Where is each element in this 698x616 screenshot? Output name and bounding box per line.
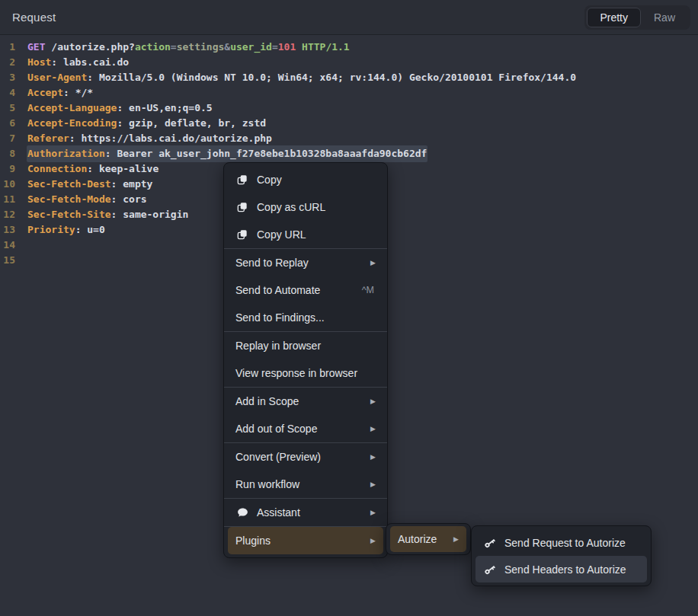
menu-item-label: Send to Automate xyxy=(235,284,320,296)
submenu-arrow-icon: ▶ xyxy=(370,454,376,461)
menu-item-label: Send to Replay xyxy=(235,257,309,269)
menu-item-send-to-automate[interactable]: Send to Automate^M xyxy=(228,276,383,304)
line-number: 5 xyxy=(0,101,15,116)
menu-item-label: Plugins xyxy=(235,535,271,547)
menu-item-label: Send to Findings... xyxy=(235,311,325,324)
submenu-arrow-icon: ▶ xyxy=(453,536,459,543)
line-content[interactable]: GET /autorize.php?action=settings&user_i… xyxy=(27,40,350,55)
line-number: 3 xyxy=(0,70,15,85)
line-number: 9 xyxy=(0,161,15,177)
code-line-4[interactable]: 4Accept: */* xyxy=(0,85,698,101)
menu-item-label: Copy xyxy=(257,174,282,186)
submenu-arrow-icon: ▶ xyxy=(370,426,376,432)
line-content[interactable]: Accept: */* xyxy=(27,85,93,101)
line-content[interactable]: Sec-Fetch-Dest: empty xyxy=(27,177,152,192)
line-content[interactable]: Priority: u=0 xyxy=(27,222,105,238)
code-line-3[interactable]: 3User-Agent: Mozilla/5.0 (Windows NT 10.… xyxy=(0,70,698,85)
submenu-arrow-icon: ▶ xyxy=(370,538,376,544)
plugins-submenu: Autorize▶ xyxy=(386,523,471,555)
menu-item-assistant[interactable]: Assistant▶ xyxy=(228,499,383,526)
chat-icon xyxy=(235,506,249,519)
submenu-arrow-icon: ▶ xyxy=(370,398,376,405)
line-content[interactable]: Accept-Language: en-US,en;q=0.5 xyxy=(27,101,213,116)
context-menu: CopyCopy as cURLCopy URLSend to Replay▶S… xyxy=(223,162,388,558)
line-content[interactable]: Sec-Fetch-Site: same-origin xyxy=(27,207,188,222)
menu-item-send-request-to-autorize[interactable]: Send Request to Autorize xyxy=(475,529,647,556)
line-content[interactable]: Accept-Encoding: gzip, deflate, br, zstd xyxy=(27,116,266,131)
menu-item-send-to-findings[interactable]: Send to Findings... xyxy=(228,304,383,331)
code-line-8[interactable]: 8Authorization: Bearer ak_user_john_f27e… xyxy=(0,146,698,161)
line-content[interactable]: Referer: https://labs.cai.do/autorize.ph… xyxy=(27,131,272,146)
panel-title: Request xyxy=(12,11,56,24)
line-content[interactable]: Sec-Fetch-Mode: cors xyxy=(27,192,147,207)
line-number: 12 xyxy=(0,207,15,222)
code-line-6[interactable]: 6Accept-Encoding: gzip, deflate, br, zst… xyxy=(0,116,698,131)
menu-item-label: Copy as cURL xyxy=(257,201,325,213)
line-number: 6 xyxy=(0,116,15,131)
line-number: 11 xyxy=(0,192,15,207)
copy-icon xyxy=(235,228,249,241)
request-panel-header: Request Pretty Raw xyxy=(0,0,698,35)
menu-item-label: Convert (Preview) xyxy=(235,451,321,463)
menu-item-run-workflow[interactable]: Run workflow▶ xyxy=(228,471,383,498)
menu-item-label: Run workflow xyxy=(235,478,299,490)
line-content-selected[interactable]: Authorization: Bearer ak_user_john_f27e8… xyxy=(27,146,427,161)
line-number: 1 xyxy=(0,40,15,55)
line-number: 8 xyxy=(0,146,15,161)
menu-item-label: Add in Scope xyxy=(235,395,299,407)
menu-item-send-headers-to-autorize[interactable]: Send Headers to Autorize xyxy=(475,556,647,582)
menu-item-view-response-in-browser[interactable]: View response in browser xyxy=(228,359,383,387)
menu-item-label: Send Request to Autorize xyxy=(504,537,626,549)
menu-item-convert-preview[interactable]: Convert (Preview)▶ xyxy=(228,443,383,471)
tab-pretty[interactable]: Pretty xyxy=(587,8,641,27)
menu-item-send-to-replay[interactable]: Send to Replay▶ xyxy=(228,249,383,276)
menu-item-copy[interactable]: Copy xyxy=(228,166,383,193)
menu-item-add-out-of-scope[interactable]: Add out of Scope▶ xyxy=(228,415,383,442)
line-number: 7 xyxy=(0,131,15,146)
tab-raw[interactable]: Raw xyxy=(641,8,688,27)
key-icon xyxy=(483,563,497,576)
line-number: 15 xyxy=(0,253,15,268)
line-content[interactable]: Host: labs.cai.do xyxy=(27,55,129,70)
line-number: 2 xyxy=(0,55,15,70)
submenu-arrow-icon: ▶ xyxy=(370,509,376,516)
key-icon xyxy=(483,536,497,550)
menu-item-add-in-scope[interactable]: Add in Scope▶ xyxy=(228,388,383,415)
copy-icon xyxy=(235,173,249,187)
line-number: 14 xyxy=(0,238,15,253)
line-content[interactable]: Connection: keep-alive xyxy=(27,161,158,177)
menu-item-label: Assistant xyxy=(257,506,300,519)
submenu-arrow-icon: ▶ xyxy=(370,481,376,488)
menu-item-label: Add out of Scope xyxy=(235,423,317,435)
code-line-2[interactable]: 2Host: labs.cai.do xyxy=(0,55,698,70)
menu-shortcut: ^M xyxy=(362,285,374,295)
copy-icon xyxy=(235,200,249,214)
menu-item-plugins[interactable]: Plugins▶ xyxy=(228,527,383,554)
line-number: 13 xyxy=(0,222,15,238)
code-line-5[interactable]: 5Accept-Language: en-US,en;q=0.5 xyxy=(0,101,698,116)
menu-item-label: Replay in browser xyxy=(235,340,321,352)
menu-item-copy-as-curl[interactable]: Copy as cURL xyxy=(228,193,383,221)
menu-item-label: Copy URL xyxy=(257,228,306,241)
menu-item-label: Autorize xyxy=(398,533,437,545)
menu-item-replay-in-browser[interactable]: Replay in browser xyxy=(228,332,383,359)
menu-item-label: View response in browser xyxy=(235,367,357,379)
line-number: 10 xyxy=(0,177,15,192)
code-line-1[interactable]: 1GET /autorize.php?action=settings&user_… xyxy=(0,40,698,55)
autorize-submenu: Send Request to AutorizeSend Headers to … xyxy=(471,525,652,586)
menu-item-copy-url[interactable]: Copy URL xyxy=(228,221,383,248)
menu-item-label: Send Headers to Autorize xyxy=(504,563,626,576)
submenu-arrow-icon: ▶ xyxy=(370,260,376,267)
code-line-7[interactable]: 7Referer: https://labs.cai.do/autorize.p… xyxy=(0,131,698,146)
menu-item-autorize[interactable]: Autorize▶ xyxy=(390,526,466,552)
view-toggle: Pretty Raw xyxy=(584,5,690,30)
line-content[interactable]: User-Agent: Mozilla/5.0 (Windows NT 10.0… xyxy=(27,70,576,85)
line-number: 4 xyxy=(0,85,15,101)
